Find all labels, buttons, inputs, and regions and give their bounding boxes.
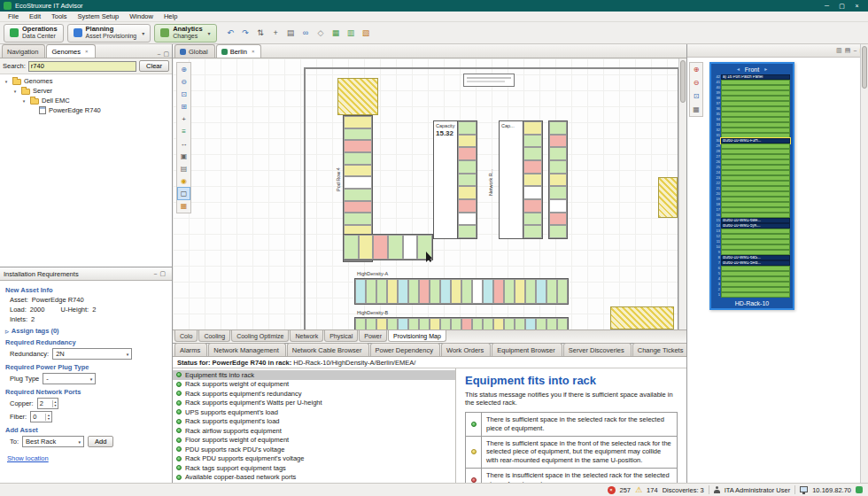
plug-type-select[interactable]: -▾ [43,373,96,384]
columns-icon[interactable]: ▥ [345,26,358,41]
show-location-link[interactable]: Show location [7,454,49,462]
menu-file[interactable]: File [3,12,24,21]
search-input[interactable] [28,61,136,72]
clear-button[interactable]: Clear [139,60,169,72]
editor-tab-berlin[interactable]: Berlin× [216,44,262,58]
map-view-tab-colo[interactable]: Colo [174,330,198,342]
step-down-icon[interactable]: ▼ [47,417,50,421]
rack-grid-icon[interactable]: ▦ [691,104,701,115]
map-view-tab-cooling[interactable]: Cooling [198,330,230,342]
legend-icon[interactable]: ▦ [178,200,190,212]
menu-help[interactable]: Help [159,12,182,21]
close-button[interactable]: × [849,1,864,11]
rack-zoom-in-icon[interactable]: ⊕ [691,64,701,75]
check-equipment-fits-into-rack[interactable]: Equipment fits into rack [173,370,455,380]
rack-slot-u1[interactable] [721,292,790,298]
minimize-button[interactable]: ─ [819,1,834,11]
nav-tab-navigation[interactable]: Navigation [2,44,45,58]
zoom-area-icon[interactable]: ⊞ [178,101,190,112]
close-tab-icon[interactable]: × [85,49,89,54]
table-icon[interactable]: ▦ [329,26,343,41]
check-available-copper-based-network-ports[interactable]: Available copper-based network ports [173,473,455,483]
tree-node-genomes[interactable]: ▾Genomes [0,76,172,86]
layers-icon[interactable]: ≡ [178,126,190,137]
scrollbar-thumb[interactable] [862,46,867,89]
tree-node-dell-emc[interactable]: ▾Dell EMC [0,96,172,105]
menu-system-setup[interactable]: System Setup [73,12,125,21]
bottom-tab-network-cable-browser[interactable]: Network Cable Browser [287,343,369,356]
check-ups-supports-equipment-s-load[interactable]: UPS supports equipment's load [173,407,455,417]
check-rack-supports-equipment-s-load[interactable]: Rack supports equipment's load [173,417,455,427]
section-assign-tags[interactable]: ▷Assign tags (0) [5,327,167,335]
tile-view-icon[interactable]: ▥ [836,47,842,54]
menu-edit[interactable]: Edit [24,12,46,21]
pan-icon[interactable]: + [178,113,190,125]
scrollbar-thumb[interactable] [680,60,686,103]
rack-fit-icon[interactable]: ⊡ [691,90,701,102]
next-face-icon[interactable]: ► [763,66,768,72]
copper-stepper[interactable]: 2▲▼ [37,398,58,409]
target-rack-select[interactable]: Best Rack▾ [22,436,84,447]
fiber-stepper[interactable]: 0▲▼ [30,411,51,422]
map-view-tab-cooling-optimize[interactable]: Cooling Optimize [231,330,289,342]
bottom-tab-change-tickets[interactable]: Change Tickets [632,343,691,356]
map-view-tab-network[interactable]: Network [290,330,323,342]
calendar-icon[interactable]: ▧ [360,26,373,41]
minimize-panel-icon[interactable]: − [157,51,160,58]
move-updown-icon[interactable]: ⇅ [254,26,267,41]
bottom-tab-server-discoveries[interactable]: Server Discoveries [563,343,632,356]
zoom-in-icon[interactable]: ⊕ [178,64,190,75]
select-tool-icon[interactable]: ▢ [178,188,190,199]
map-view-tab-power[interactable]: Power [359,330,387,342]
zoom-fit-icon[interactable]: ⊡ [178,89,190,100]
map-strip[interactable] [354,317,569,329]
maximize-panel-icon[interactable]: ▢ [159,270,166,277]
critical-count[interactable]: 257 [620,486,632,494]
check-floor-supports-weight-of-equipment[interactable]: Floor supports weight of equipment [173,436,455,446]
lock-icon[interactable]: ◉ [178,175,190,187]
tree-node-poweredge-r740[interactable]: PowerEdge R740 [0,105,172,115]
redo-icon[interactable]: ↷ [239,26,252,41]
prev-face-icon[interactable]: ◄ [736,66,740,72]
snapshot-icon[interactable]: ▣ [178,151,190,162]
maximize-button[interactable]: ▢ [834,1,849,11]
undo-icon[interactable]: ↶ [224,26,237,41]
bottom-tab-network-management[interactable]: Network Management [208,343,285,356]
crosshair-icon[interactable]: + [269,26,283,41]
menu-tools[interactable]: Tools [46,12,73,21]
tree-node-server[interactable]: ▾Server [0,86,172,96]
check-rack-supports-equipment-s-redundancy[interactable]: Rack supports equipment's redundancy [173,389,455,399]
check-rack-airflow-supports-equipment[interactable]: Rack airflow supports equipment [173,426,455,436]
measure-icon[interactable]: ↔ [178,138,190,150]
bottom-tab-work-orders[interactable]: Work Orders [441,343,491,356]
zoom-out-icon[interactable]: ⊖ [178,76,190,88]
link-icon[interactable]: ∞ [299,26,313,41]
map-strip[interactable] [548,120,568,239]
check-rack-supports-equipment-s-watts-per-u-height[interactable]: Rack supports equipment's Watts per U-he… [173,399,455,408]
toolbar-group-analytics[interactable]: AnalyticsChanges▾ [154,24,216,43]
check-pdu-supports-rack-pdu-s-voltage[interactable]: PDU supports rack PDU's voltage [173,445,455,454]
editor-tab-global[interactable]: Global [174,44,215,58]
map-view-tab-physical[interactable]: Physical [324,330,358,342]
menu-window[interactable]: Window [124,12,159,21]
map-vertical-scrollbar[interactable] [678,58,686,329]
toolbar-group-operations[interactable]: OperationsData Center [4,24,64,43]
map-area[interactable]: Capacity15.32Cap...Pod Row 4Network R...… [173,58,686,329]
list-view-icon[interactable]: ▤ [845,47,851,54]
rack-elevation[interactable]: ◄ Front ► 42a) 16 Port Patch Panel414039… [709,62,794,310]
print-icon[interactable]: ▤ [284,26,298,41]
discoveries-count[interactable]: Discoveries: 3 [663,486,704,494]
step-down-icon[interactable]: ▼ [54,404,57,407]
map-block[interactable]: Cap... [499,120,543,239]
map-canvas[interactable]: Capacity15.32Cap...Pod Row 4Network R...… [173,58,686,329]
bottom-tab-equipment-browser[interactable]: Equipment Browser [492,343,562,356]
close-tab-icon[interactable]: × [252,49,255,54]
bottom-tab-power-dependency[interactable]: Power Dependency [370,343,440,356]
check-rack-tags-support-equipment-tags[interactable]: Rack tags support equipment tags [173,463,455,473]
rack-zoom-out-icon[interactable]: ⊖ [691,77,701,89]
report-icon[interactable]: ▤ [178,163,190,174]
bottom-tab-alarms[interactable]: Alarms [174,343,207,356]
add-button[interactable]: Add [88,436,113,447]
toolbar-group-planning[interactable]: PlanningAsset Provisioning▾ [67,24,151,43]
map-strip[interactable] [354,278,569,305]
